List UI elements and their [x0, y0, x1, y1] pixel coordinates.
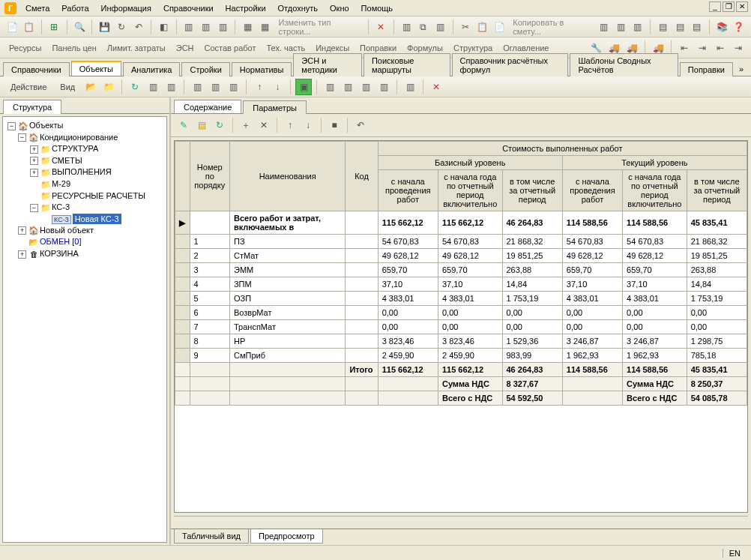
toolbar-icon[interactable]: 📄: [492, 19, 507, 35]
tree-item[interactable]: +🗑КОРЗИНА: [4, 248, 165, 259]
tree-item[interactable]: −🏠Кондиционирование: [4, 132, 165, 144]
table-row[interactable]: 8НР3 823,463 823,461 529,363 246,873 246…: [175, 334, 747, 349]
toolbar-icon[interactable]: ▤: [672, 19, 688, 35]
toolbar-icon[interactable]: ▥: [145, 79, 161, 95]
table-row-itogo[interactable]: Итого 115 662,12115 662,1246 264,83 114 …: [175, 363, 747, 377]
menu-info[interactable]: Информация: [95, 2, 157, 14]
toolbar-icon[interactable]: ▤: [655, 19, 671, 35]
tab-params[interactable]: Параметры: [243, 100, 307, 114]
toolbar-icon[interactable]: ▥: [432, 19, 448, 35]
refresh-icon[interactable]: ↻: [211, 117, 228, 133]
tab-analytics[interactable]: Аналитика: [123, 62, 180, 76]
tree-item[interactable]: −📁КС-3: [4, 202, 165, 214]
toolbar-icon[interactable]: ▥: [207, 79, 223, 95]
help-icon[interactable]: ❓: [732, 19, 747, 35]
close-icon[interactable]: ✕: [428, 79, 444, 95]
link-structure[interactable]: Структура: [449, 41, 497, 55]
tab-routes[interactable]: Поисковые маршруты: [364, 53, 450, 76]
tab-structure[interactable]: Структура: [3, 100, 61, 114]
close-icon[interactable]: ✕: [736, 1, 748, 12]
tab-spravochniki[interactable]: Справочники: [3, 62, 70, 76]
tab-preview[interactable]: Предпросмотр: [250, 529, 323, 544]
toolbar-icon[interactable]: ▣: [295, 79, 312, 95]
table-row[interactable]: 5ОЗП4 383,014 383,011 753,194 383,014 38…: [175, 292, 747, 306]
toolbar-icon[interactable]: ⧉: [415, 19, 431, 35]
link-esn[interactable]: ЭСН: [172, 41, 199, 55]
check-icon[interactable]: ▤: [193, 117, 210, 133]
tab-normativy[interactable]: Нормативы: [232, 62, 292, 76]
delete-icon[interactable]: ✕: [256, 117, 272, 133]
menu-rabota[interactable]: Работа: [55, 2, 94, 14]
toolbar-icon[interactable]: ▥: [402, 79, 418, 95]
more-tabs-icon[interactable]: »: [735, 62, 748, 76]
toolbar-icon[interactable]: ▥: [596, 19, 612, 35]
menu-window[interactable]: Окно: [324, 2, 355, 14]
arrow-up-icon[interactable]: ↑: [251, 79, 268, 95]
indent-icon[interactable]: ⇤: [712, 40, 729, 56]
tab-corrections[interactable]: Поправки: [680, 62, 733, 76]
toolbar-icon[interactable]: ▥: [181, 19, 197, 35]
tree-item[interactable]: 📁РЕСУРСНЫЕ РАСЧЕТЫ: [4, 190, 165, 202]
excel-icon[interactable]: ⊞: [46, 19, 62, 35]
tab-stroiki[interactable]: Стройки: [181, 62, 229, 76]
toolbar-icon[interactable]: 📄: [4, 19, 20, 35]
menu-smeta[interactable]: Смета: [19, 2, 55, 14]
toolbar-icon[interactable]: ▥: [215, 19, 231, 35]
link-limits[interactable]: Лимит. затраты: [103, 41, 170, 55]
outdent-icon[interactable]: ⇥: [730, 40, 747, 56]
toolbar-icon[interactable]: ✂: [458, 19, 474, 35]
toolbar-icon[interactable]: ◧: [156, 19, 172, 35]
table-row[interactable]: 3ЭММ659,70659,70263,88659,70659,70263,88: [175, 263, 747, 277]
toolbar-icon[interactable]: ▥: [225, 79, 241, 95]
outdent-icon[interactable]: ⇥: [694, 40, 711, 56]
toolbar-icon[interactable]: ▥: [358, 79, 374, 95]
horizontal-scrollbar[interactable]: [174, 516, 748, 529]
table-row[interactable]: 2СтМат49 628,1249 628,1219 851,2549 628,…: [175, 249, 747, 263]
table-row[interactable]: 4ЗПМ37,1037,1014,8437,1037,1014,84: [175, 277, 747, 292]
link-composition[interactable]: Состав работ: [200, 41, 261, 55]
table-row[interactable]: 9СмПриб2 459,902 459,90983,991 962,931 9…: [175, 349, 747, 363]
undo-icon[interactable]: ↶: [130, 19, 146, 35]
edit-icon[interactable]: ✎: [175, 117, 192, 133]
minimize-icon[interactable]: _: [709, 1, 721, 12]
link-tech[interactable]: Тех. часть: [262, 41, 310, 55]
refresh-icon[interactable]: ↻: [127, 79, 143, 95]
arrow-down-icon[interactable]: ↓: [300, 117, 316, 133]
link-resources[interactable]: Ресурсы: [4, 41, 46, 55]
toolbar-icon[interactable]: ▤: [689, 19, 705, 35]
table-row[interactable]: 7ТранспМат0,000,000,000,000,000,00: [175, 320, 747, 334]
arrow-down-icon[interactable]: ↓: [269, 79, 286, 95]
toolbar-icon[interactable]: ▥: [163, 79, 179, 95]
tree-item[interactable]: +📁ВЫПОЛНЕНИЯ: [4, 166, 165, 178]
maximize-icon[interactable]: ❐: [723, 1, 735, 12]
tree-item[interactable]: +🏠Новый объект: [4, 225, 165, 237]
tree-item[interactable]: +📁СТРУКТУРА: [4, 143, 165, 155]
menu-sprav[interactable]: Справочники: [157, 2, 220, 14]
toolbar-icon[interactable]: ▥: [630, 19, 646, 35]
link-prices[interactable]: Панель цен: [47, 41, 100, 55]
toolbar-icon[interactable]: ▥: [189, 79, 205, 95]
toolbar-icon[interactable]: 📚: [714, 19, 730, 35]
table-row-total[interactable]: ▶ Всего работ и затрат, включаемых в 115…: [175, 211, 747, 235]
tree-item[interactable]: 📂ОБМЕН [0]: [4, 236, 165, 248]
tab-templates[interactable]: Шаблоны Сводных Расчётов: [570, 53, 678, 76]
tab-objects[interactable]: Объекты: [71, 61, 121, 76]
toolbar-icon[interactable]: 📋: [474, 19, 490, 35]
menu-help[interactable]: Помощь: [355, 2, 399, 14]
folder-open-icon[interactable]: 📂: [82, 79, 99, 95]
tree-item-selected[interactable]: КС-3Новая КС-3: [4, 214, 165, 225]
table-row-withnds[interactable]: Всего с НДС54 592,50 Всего с НДС54 085,7…: [175, 391, 747, 406]
add-icon[interactable]: ＋: [238, 117, 254, 133]
object-tree[interactable]: −🏠Объекты −🏠Кондиционирование +📁СТРУКТУР…: [2, 116, 167, 543]
link-indexes[interactable]: Индексы: [311, 41, 354, 55]
table-row[interactable]: 6ВозврМат0,000,000,000,000,000,00: [175, 306, 747, 320]
tree-item[interactable]: 📁М-29: [4, 178, 165, 190]
view-dropdown[interactable]: Вид: [54, 82, 81, 91]
indent-icon[interactable]: ⇤: [676, 40, 693, 56]
link-formulas[interactable]: Формулы: [402, 41, 447, 55]
link-corrections[interactable]: Поправки: [355, 41, 401, 55]
toolbar-icon[interactable]: ▦: [257, 19, 273, 35]
folder-up-icon[interactable]: 📁: [100, 79, 117, 95]
arrow-up-icon[interactable]: ↑: [282, 117, 298, 133]
lang-indicator[interactable]: EN: [723, 549, 747, 558]
